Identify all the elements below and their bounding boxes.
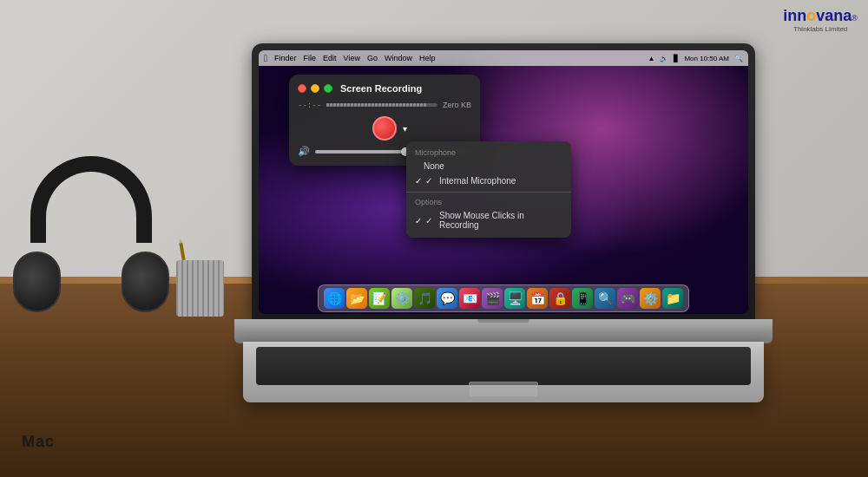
logo-registered: ® xyxy=(852,14,858,23)
dock-icon-16[interactable]: 📁 xyxy=(662,288,683,309)
show-mouse-clicks-option[interactable]: ✓ Show Mouse Clicks in Recording xyxy=(406,208,571,232)
time-display: --:-- xyxy=(298,101,321,109)
none-option[interactable]: None xyxy=(406,159,571,173)
headphones-decoration xyxy=(13,156,169,330)
dock-icon-3[interactable]: 📝 xyxy=(369,288,390,309)
progress-seg xyxy=(420,103,423,107)
progress-segments xyxy=(326,103,437,107)
progress-seg xyxy=(365,103,367,107)
recording-controls-row: --:-- xyxy=(298,101,471,109)
logo-text-part2: vana xyxy=(816,7,852,25)
progress-seg xyxy=(326,103,329,107)
headphones-arc xyxy=(30,156,152,243)
edit-menu[interactable]: Edit xyxy=(323,54,337,62)
logo-o: o xyxy=(806,7,816,25)
progress-seg xyxy=(375,103,378,107)
progress-seg xyxy=(354,103,357,107)
dock-icon-2[interactable]: 📂 xyxy=(346,288,367,309)
help-menu[interactable]: Help xyxy=(419,54,436,62)
menubar-left:  Finder File Edit View Go Window Help xyxy=(264,53,435,63)
progress-seg xyxy=(361,103,364,107)
dock-icon-9[interactable]: 🖥️ xyxy=(504,288,525,309)
window-menu[interactable]: Window xyxy=(385,54,412,62)
internal-mic-option[interactable]: ✓ Internal Microphone xyxy=(406,173,571,188)
pencil-holder-cup xyxy=(176,260,224,317)
progress-seg xyxy=(417,103,419,107)
macos-dock: 🌐 📂 📝 ⚙️ 🎵 💬 📧 🎬 🖥️ 📅 🔒 📱 🔍 🎮 ⚙️ 📁 xyxy=(318,284,689,312)
record-button[interactable] xyxy=(372,116,397,140)
laptop-screen:  Finder File Edit View Go Window Help ▲… xyxy=(259,50,748,314)
dock-icon-5[interactable]: 🎵 xyxy=(414,288,435,309)
file-size-display: Zero KB xyxy=(443,101,471,109)
progress-seg xyxy=(424,103,426,107)
laptop-bottom xyxy=(243,342,764,402)
file-menu[interactable]: File xyxy=(304,54,317,62)
close-button[interactable] xyxy=(298,84,306,93)
volume-menubar-icon: 🔊 xyxy=(660,55,668,62)
progress-seg xyxy=(372,103,374,107)
progress-seg xyxy=(358,103,360,107)
dock-icon-7[interactable]: 📧 xyxy=(459,288,480,309)
fullscreen-button[interactable] xyxy=(324,84,332,93)
laptop-base xyxy=(234,319,773,343)
dock-icon-8[interactable]: 🎬 xyxy=(482,288,503,309)
progress-seg xyxy=(351,103,353,107)
wifi-icon: ▲ xyxy=(648,55,654,62)
pencil-holder-decoration xyxy=(169,260,230,317)
window-title: Screen Recording xyxy=(340,83,422,94)
clock-display: Mon 10:50 AM xyxy=(684,55,729,62)
headphone-cup-right xyxy=(122,252,169,312)
progress-seg xyxy=(406,103,409,107)
apple-mac-branding: Mac xyxy=(22,431,55,451)
volume-icon: 🔊 xyxy=(298,146,310,157)
apple-menu-icon[interactable]:  xyxy=(264,53,267,63)
progress-seg xyxy=(403,103,405,107)
progress-bar xyxy=(326,103,437,107)
dock-icon-12[interactable]: 📱 xyxy=(572,288,593,309)
microphone-dropdown: Microphone None ✓ Internal Microphone Op… xyxy=(406,141,571,238)
dock-icon-13[interactable]: 🔍 xyxy=(595,288,615,309)
checkmark-icon-2: ✓ xyxy=(425,216,432,225)
trackpad xyxy=(469,382,538,397)
go-menu[interactable]: Go xyxy=(367,54,378,62)
record-button-row xyxy=(298,116,471,140)
dock-icon-10[interactable]: 📅 xyxy=(527,288,548,309)
dock-icon-finder[interactable]: 🌐 xyxy=(324,288,345,309)
logo-tagline: Thinklabs Limited xyxy=(793,25,847,33)
mac-label: Mac xyxy=(22,433,55,451)
progress-seg xyxy=(347,103,350,107)
progress-seg xyxy=(413,103,416,107)
progress-seg xyxy=(389,103,391,107)
keyboard-area xyxy=(256,347,751,385)
progress-seg xyxy=(340,103,343,107)
dock-icon-4[interactable]: ⚙️ xyxy=(391,288,412,309)
progress-seg xyxy=(392,103,395,107)
innovana-logo: inn o vana ® Thinklabs Limited xyxy=(783,7,858,33)
laptop-screen-bezel:  Finder File Edit View Go Window Help ▲… xyxy=(252,43,755,321)
progress-seg xyxy=(337,103,339,107)
dock-icon-11[interactable]: 🔒 xyxy=(549,288,570,309)
dock-icon-6[interactable]: 💬 xyxy=(437,288,457,309)
logo-text-part1: inn xyxy=(783,7,806,25)
dock-icon-14[interactable]: 🎮 xyxy=(617,288,638,309)
headphone-cup-left xyxy=(13,252,61,312)
laptop:  Finder File Edit View Go Window Help ▲… xyxy=(234,43,773,425)
options-section-header: Options xyxy=(406,196,571,208)
progress-seg xyxy=(378,103,381,107)
checkmark-icon: ✓ xyxy=(425,176,432,186)
menubar-right: ▲ 🔊 ▊ Mon 10:50 AM 🔍 xyxy=(648,55,743,62)
spotlight-icon[interactable]: 🔍 xyxy=(734,55,743,62)
progress-seg xyxy=(399,103,402,107)
finder-menu[interactable]: Finder xyxy=(274,54,297,62)
dock-icon-15[interactable]: ⚙️ xyxy=(640,288,661,309)
battery-menubar-icon: ▊ xyxy=(674,55,679,62)
minimize-button[interactable] xyxy=(311,84,319,93)
progress-seg xyxy=(396,103,398,107)
progress-seg xyxy=(410,103,412,107)
view-menu[interactable]: View xyxy=(344,54,360,62)
progress-seg xyxy=(330,103,332,107)
progress-seg xyxy=(385,103,388,107)
dropdown-divider xyxy=(406,192,571,193)
progress-seg xyxy=(382,103,385,107)
window-titlebar: Screen Recording xyxy=(298,83,471,94)
